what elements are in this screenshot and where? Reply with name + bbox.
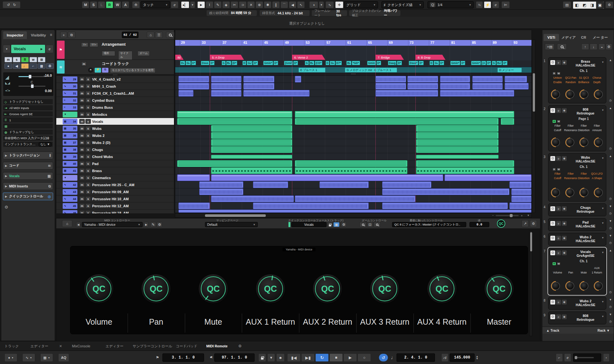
chord-record-icon[interactable]: ●	[88, 68, 93, 72]
instrument-menu-icon[interactable]: ▼	[602, 61, 604, 64]
clip-event[interactable]	[177, 174, 210, 181]
surface-scrollbar[interactable]	[529, 231, 532, 336]
track-mute-button[interactable]: m	[79, 91, 85, 96]
rack-item-wubs-2[interactable]: ⏻e✱Wubs 2HALnSncSE▼	[548, 233, 606, 246]
chord-group[interactable]: Gmin*D*	[450, 61, 465, 65]
rack-collapse-icon[interactable]: ▼	[608, 219, 613, 223]
rack-down-icon[interactable]: ↓	[590, 44, 597, 50]
chord-group[interactable]: DsusD*	[201, 61, 215, 65]
track-solo-button[interactable]: s	[85, 77, 91, 82]
tab-midi-remote[interactable]: MIDI Remote	[206, 341, 228, 351]
inspector-section-5[interactable]: ▶クイックコントロール◎	[3, 193, 53, 200]
rack-collapse-icon[interactable]: ▼	[608, 205, 613, 208]
track-mute-button[interactable]: m	[79, 168, 85, 173]
track-solo-button[interactable]: s	[85, 140, 91, 145]
rack-read-button[interactable]: R	[552, 168, 556, 171]
audiowarp-quantize-icon[interactable]: ⚡	[484, 1, 491, 8]
clip-event[interactable]	[211, 167, 292, 174]
instrument-menu-icon[interactable]: ▼	[602, 157, 604, 160]
setup-window-layout-toggle-icon[interactable]: ▣	[596, 2, 604, 9]
rack-output-icon[interactable]: ◷	[608, 212, 613, 215]
crossfade-icon[interactable]: ∿	[326, 1, 334, 8]
arranger-add2-icon[interactable]: TT+	[90, 43, 98, 47]
setup-toolbar-gear-icon[interactable]: ⚙	[605, 1, 613, 8]
track-mute-button[interactable]: m	[79, 196, 85, 201]
instrument-freeze-icon[interactable]: ✱	[562, 236, 567, 241]
automation-panel-icon[interactable]: ⟰	[132, 1, 140, 8]
chord-event[interactable]: Daug	[388, 61, 397, 65]
input-transformer-dropdown[interactable]: なし ▼	[39, 142, 51, 146]
remote-knob-aux-1-return[interactable]: QC	[256, 274, 286, 304]
instrument-power-icon[interactable]: ⏻	[550, 206, 555, 211]
clip-event[interactable]	[416, 139, 499, 146]
write-automation-button[interactable]: w	[29, 57, 37, 62]
inspector-section-3[interactable]: ▶Vocals▦	[3, 172, 53, 180]
rack-item-chugs[interactable]: ⏻e✱ChugsRetrologue▼	[548, 203, 606, 216]
clip-event[interactable]	[416, 146, 499, 153]
qc-knob[interactable]	[580, 282, 588, 290]
instrument-power-icon[interactable]: ⏻	[550, 108, 555, 113]
left-locator-field[interactable]: 3. 1. 1. 0	[162, 353, 204, 362]
remote-knob-aux-3-return[interactable]: QC	[370, 274, 400, 304]
track-row[interactable]: ▼msCinematics	[56, 174, 174, 181]
qc-knob[interactable]	[594, 282, 603, 290]
rack-item-brass[interactable]: ⏻e✱BrassHALnSncSE▼RWCh. 1UnisonQC2 PanS1…	[548, 57, 606, 103]
clip-event[interactable]	[416, 155, 499, 159]
chord-event[interactable]: B♭/	[496, 61, 502, 65]
qc-knob[interactable]	[594, 188, 603, 197]
remote-knob-aux-4-return[interactable]: QC	[427, 274, 457, 304]
controller-next-icon[interactable]: ▶	[144, 222, 148, 227]
chord-event[interactable]: Dsus*	[409, 61, 418, 65]
goto-previous-marker-button[interactable]: ▮◀	[287, 353, 301, 362]
solo-button[interactable]: s	[13, 57, 20, 62]
hand-tool-icon[interactable]: ✱	[264, 1, 272, 8]
left-zone-toggle-icon[interactable]: ◧	[573, 2, 581, 9]
suspend-a-button[interactable]: A	[122, 1, 129, 8]
stop-button[interactable]: ■	[329, 353, 343, 362]
track-row[interactable]: ∿42msPercussive Hit 25 - C_AM	[56, 181, 174, 188]
track-mute-button[interactable]: m	[79, 210, 85, 213]
qc-knob[interactable]	[552, 282, 560, 290]
rack-output-icon[interactable]: ◷	[608, 320, 613, 323]
track-row[interactable]: ▤35msWubs	[56, 125, 174, 132]
chord-group[interactable]: Gmin*D*	[263, 61, 278, 65]
instrument-menu-icon[interactable]: ▼	[602, 109, 604, 112]
rack-item-pad[interactable]: ⏻e✱PadHALnSncSE▼	[548, 218, 606, 231]
chord-event[interactable]: G♭/	[247, 61, 253, 65]
rack-output-icon[interactable]: ◷	[608, 147, 613, 150]
zoom-slider-thumb[interactable]	[510, 214, 513, 217]
quantize-panel-icon[interactable]: e	[492, 1, 499, 8]
automation-mode-dropdown[interactable]: タッチ▼	[141, 1, 170, 8]
track-solo-button[interactable]: s	[85, 112, 91, 117]
track-row[interactable]: ∿30msMHH_1_Crash	[56, 83, 174, 90]
chord-event[interactable]: Gmin	[367, 61, 376, 65]
chord-event[interactable]: Gmin*	[471, 61, 481, 65]
clip-event[interactable]	[178, 83, 209, 90]
track-row[interactable]: ≡32msCymbal Buss	[56, 97, 174, 104]
freeze-icon[interactable]: ✇	[46, 63, 54, 69]
chord-event[interactable]: D	[326, 61, 329, 65]
arrangement-track-row[interactable]: ⚑ T+ TT+ Arrangement 場所 サイクル ズーム	[56, 40, 174, 60]
track-mute-button[interactable]: m	[79, 112, 85, 117]
track-solo-button[interactable]: s	[85, 84, 91, 89]
instrument-freeze-icon[interactable]: ✱	[562, 300, 567, 305]
goto-next-marker-button[interactable]: ▶▮	[301, 353, 315, 362]
track-mute-button[interactable]: m	[79, 126, 85, 131]
transport-options-icon[interactable]: ▪	[603, 353, 610, 362]
rack-read-button[interactable]: R	[552, 72, 556, 75]
auto-quantize-button[interactable]: AQ	[58, 353, 69, 362]
remote-knob-master[interactable]: QC	[484, 274, 514, 304]
qc-focus-toggle-icon[interactable]: ▣	[333, 222, 340, 227]
inspector-section-1[interactable]: ▶トラックバージョン⦀	[3, 152, 53, 159]
qc-focus-lock-icon[interactable]	[327, 222, 333, 227]
clip-event[interactable]	[253, 202, 369, 209]
inspector-row[interactable]: ⠿1	[3, 117, 53, 123]
automation-edit-icon[interactable]: e	[171, 1, 178, 8]
close-editor-icon[interactable]: ✕	[59, 341, 62, 351]
clip-event[interactable]	[211, 174, 443, 181]
inspector-section-2[interactable]: ▶コード≋	[3, 162, 53, 170]
chord-lane[interactable]: D♭G♭D*DsusD*GB♭(D*DG♭/D*Gmin*D*(Gmi/D*GB…	[175, 60, 531, 67]
rack-search-icon[interactable]	[557, 44, 567, 50]
timeline-ruler[interactable]: 2933374145495357616569737781858993	[175, 40, 531, 46]
track-solo-button[interactable]: s	[85, 105, 91, 110]
